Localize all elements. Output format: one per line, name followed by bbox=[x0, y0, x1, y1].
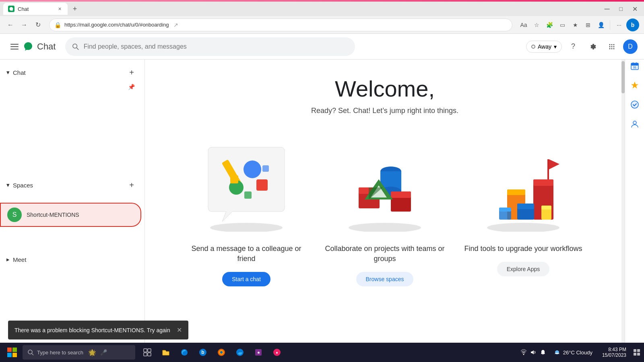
back-button[interactable]: ← bbox=[5, 19, 16, 31]
clock-widget[interactable]: 8:43 PM 15/07/2023 bbox=[599, 347, 630, 358]
active-tab[interactable]: Chat ✕ bbox=[3, 3, 68, 15]
app7-button[interactable]: ★ bbox=[250, 343, 267, 361]
app-logo: Chat bbox=[23, 41, 56, 52]
app8-button[interactable]: ♦ bbox=[268, 343, 286, 361]
bing-icon[interactable]: b bbox=[626, 19, 639, 31]
status-chevron: ▾ bbox=[554, 43, 557, 50]
minimize-button[interactable]: ─ bbox=[601, 3, 613, 15]
address-bar[interactable]: 🔒 https://mail.google.com/chat/u/0/#onbo… bbox=[49, 19, 512, 31]
star-button[interactable]: ☆ bbox=[531, 19, 542, 31]
app-title: Chat bbox=[37, 41, 56, 52]
refresh-button[interactable]: ↻ bbox=[32, 19, 43, 31]
settings-button[interactable] bbox=[584, 39, 601, 55]
help-button[interactable]: ? bbox=[565, 39, 581, 55]
spaces-section-label: Spaces bbox=[13, 182, 33, 189]
maximize-button[interactable]: □ bbox=[616, 4, 626, 14]
chat-section-header[interactable]: ▾ Chat + bbox=[0, 63, 144, 82]
window-close-button[interactable]: ✕ bbox=[629, 4, 641, 14]
mic-icon: 🎤 bbox=[100, 349, 107, 356]
status-button[interactable]: Away ▾ bbox=[526, 41, 562, 53]
system-tray bbox=[520, 348, 547, 356]
forward-button[interactable]: → bbox=[19, 19, 30, 31]
more-button[interactable]: ··· bbox=[613, 19, 625, 31]
new-tab-button[interactable]: + bbox=[69, 3, 80, 14]
split-view-button[interactable]: ▭ bbox=[557, 19, 568, 31]
svg-text:♦: ♦ bbox=[276, 350, 278, 355]
welcome-subtitle: Ready? Set. Chat! Let’s jump right into … bbox=[311, 107, 458, 115]
browser-chrome: Chat ✕ + ─ □ ✕ ← → ↻ 🔒 https://mail.goog… bbox=[0, 0, 644, 34]
svg-rect-0 bbox=[10, 44, 19, 45]
svg-point-12 bbox=[611, 48, 613, 49]
status-label: Away bbox=[538, 43, 551, 50]
svg-rect-62 bbox=[144, 353, 147, 356]
add-space-button[interactable]: + bbox=[125, 179, 138, 191]
notification-tray-icon[interactable] bbox=[539, 348, 547, 356]
collections-button[interactable]: ⊞ bbox=[582, 19, 594, 31]
contacts-rail-icon[interactable] bbox=[627, 116, 643, 132]
taskbar-time: 8:43 PM bbox=[608, 347, 626, 352]
svg-point-16 bbox=[244, 160, 261, 178]
bing-chat-button[interactable]: b bbox=[194, 343, 212, 361]
svg-point-14 bbox=[210, 223, 283, 232]
start-chat-button[interactable]: Start a chat bbox=[222, 272, 270, 286]
firefox-button[interactable] bbox=[213, 343, 230, 361]
svg-point-5 bbox=[609, 44, 611, 45]
svg-rect-56 bbox=[7, 353, 12, 357]
svg-point-52 bbox=[631, 101, 638, 108]
svg-point-13 bbox=[613, 48, 615, 49]
toast-notification: There was a problem blocking Shortcut-ME… bbox=[8, 321, 188, 339]
menu-button[interactable] bbox=[6, 39, 23, 55]
network-tray-icon[interactable] bbox=[520, 348, 528, 356]
svg-rect-21 bbox=[244, 191, 252, 199]
weather-widget[interactable]: 26°C Cloudy bbox=[550, 349, 596, 356]
favorites-button[interactable]: ★ bbox=[570, 19, 581, 31]
shortcut-mentions-item[interactable]: S Shortcut-MENTIONS bbox=[0, 203, 141, 227]
svg-point-8 bbox=[609, 46, 611, 47]
tab-close-button[interactable]: ✕ bbox=[56, 6, 63, 12]
meet-section-header[interactable]: ▸ Meet bbox=[6, 254, 138, 265]
keep-rail-icon[interactable] bbox=[627, 77, 643, 93]
search-input[interactable] bbox=[84, 43, 349, 50]
toast-close-button[interactable]: ✕ bbox=[177, 326, 182, 334]
taskbar-date: 15/07/2023 bbox=[602, 352, 626, 358]
extensions-button[interactable]: 🧩 bbox=[544, 19, 555, 31]
user-avatar[interactable]: D bbox=[623, 39, 638, 54]
spaces-section-chevron: ▾ bbox=[6, 181, 10, 189]
svg-point-58 bbox=[28, 350, 32, 354]
svg-rect-2 bbox=[10, 49, 19, 49]
task-view-button[interactable] bbox=[138, 343, 156, 361]
tab-bar: Chat ✕ + ─ □ ✕ bbox=[0, 2, 644, 16]
svg-rect-63 bbox=[148, 353, 151, 356]
browse-spaces-button[interactable]: Browse spaces bbox=[356, 272, 414, 286]
taskbar-search[interactable]: Type here to search 🌟 🎤 bbox=[23, 345, 135, 360]
browser-controls: ← → ↻ 🔒 https://mail.google.com/chat/u/0… bbox=[0, 16, 644, 34]
file-explorer-button[interactable] bbox=[157, 343, 175, 361]
edge2-button[interactable] bbox=[231, 343, 249, 361]
edge-browser-button[interactable] bbox=[175, 343, 193, 361]
svg-rect-55 bbox=[12, 348, 17, 352]
svg-point-9 bbox=[611, 46, 613, 47]
search-bar[interactable] bbox=[65, 37, 355, 56]
reader-mode-button[interactable]: Aa bbox=[518, 19, 529, 31]
svg-rect-57 bbox=[12, 353, 17, 357]
apps-button[interactable] bbox=[604, 39, 620, 55]
sidebar: ▾ Chat + 📌 ▾ Spaces + bbox=[0, 60, 145, 362]
svg-rect-60 bbox=[144, 349, 147, 352]
add-chat-button[interactable]: + bbox=[125, 66, 138, 79]
explore-apps-button[interactable]: Explore Apps bbox=[497, 262, 550, 276]
profile-button[interactable]: 👤 bbox=[595, 19, 607, 31]
notification-center-button[interactable] bbox=[633, 348, 641, 356]
start-chat-card: Send a message to a colleague or friend … bbox=[182, 139, 311, 286]
svg-rect-20 bbox=[262, 165, 269, 172]
svg-marker-36 bbox=[549, 159, 559, 169]
volume-tray-icon[interactable] bbox=[529, 348, 537, 356]
pin-area: 📌 bbox=[0, 82, 144, 92]
spaces-section-header[interactable]: ▾ Spaces + bbox=[0, 175, 144, 195]
scrollbar-thumb[interactable] bbox=[621, 61, 625, 93]
svg-rect-29 bbox=[391, 191, 411, 198]
tasks-rail-icon[interactable] bbox=[627, 97, 643, 113]
start-button[interactable] bbox=[3, 343, 21, 361]
calendar-rail-icon[interactable]: 31 bbox=[627, 58, 643, 74]
card1-title: Send a message to a colleague or friend bbox=[182, 244, 311, 264]
svg-point-10 bbox=[613, 46, 615, 47]
